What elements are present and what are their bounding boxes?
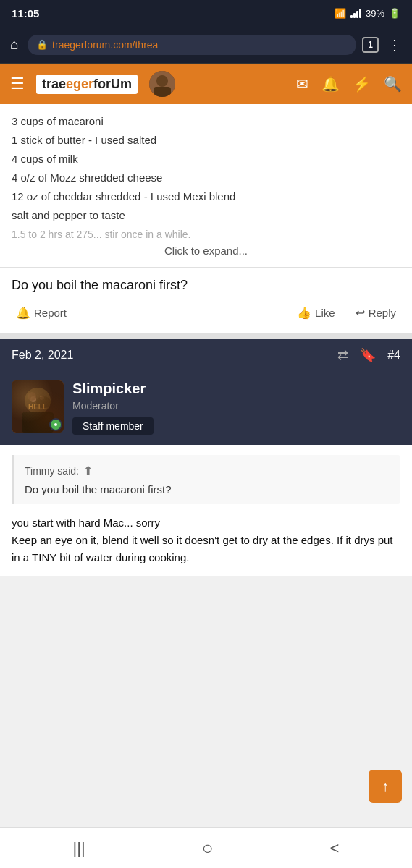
avatar-container: HELL	[12, 380, 64, 433]
recipe-text: 3 cups of macaroni 1 stick of butter - I…	[12, 113, 400, 224]
svg-point-4	[25, 388, 51, 414]
post-3-right-actions: 👍 Like ↩ Reply	[293, 303, 400, 323]
user-info: Slimpicker Moderator Staff member	[72, 380, 400, 435]
nav-bar: ☰ traeegerforUm ✉ 🔔 ⚡ 🔍	[0, 64, 412, 104]
online-indicator	[51, 420, 61, 430]
svg-point-1	[156, 75, 168, 87]
recipe-section: 3 cups of macaroni 1 stick of butter - I…	[0, 104, 412, 268]
user-avatar-nav[interactable]	[149, 71, 175, 97]
url-domain: traegerforum.com	[52, 39, 132, 51]
like-label: Like	[315, 307, 335, 319]
browser-home-button[interactable]: ⌂	[7, 33, 22, 56]
browser-bar: ⌂ 🔒 traegerforum.com/threa 1 ⋮	[0, 26, 412, 64]
battery-icon: 🔋	[389, 8, 400, 19]
bell-icon[interactable]: 🔔	[321, 75, 340, 93]
post-4-number: #4	[387, 349, 400, 362]
quote-text: Do you boil the macaroni first?	[25, 483, 390, 495]
expand-button[interactable]: Click to expand...	[12, 240, 400, 258]
svg-point-9	[36, 396, 51, 408]
svg-point-5	[30, 396, 36, 402]
recipe-faded-text: 1.5 to 2 hrs at 275... stir once in a wh…	[12, 229, 400, 240]
recipe-line-3: 4 cups of milk	[12, 150, 400, 168]
site-logo[interactable]: traeegerforUm	[36, 75, 138, 94]
status-icons: 📶 39% 🔋	[335, 8, 400, 19]
hamburger-menu-icon[interactable]: ☰	[10, 75, 25, 93]
recipe-line-6: salt and pepper to taste	[12, 207, 400, 224]
post-4-user-section: HELL Slimpicker Moderator Staff member	[0, 372, 412, 445]
recipe-line-2: 1 stick of butter - I used salted	[12, 132, 400, 149]
status-bar: 11:05 📶 39% 🔋	[0, 0, 412, 26]
logo-text-forum: forUm	[93, 77, 132, 91]
reply-text: you start with hard Mac... sorry Keep an…	[12, 514, 400, 566]
quote-block: Timmy said: ⬆ Do you boil the macaroni f…	[12, 455, 400, 504]
quote-author: Timmy said: ⬆	[25, 464, 390, 477]
quote-author-name: Timmy said:	[25, 465, 79, 477]
url-text: traegerforum.com/threa	[52, 39, 348, 51]
staff-badge: Staff member	[72, 417, 154, 435]
scroll-to-top-button[interactable]: ↑	[369, 770, 402, 803]
nav-home-button[interactable]: ○	[190, 834, 225, 862]
url-path: /threa	[133, 39, 159, 51]
bookmark-icon[interactable]: 🔖	[360, 347, 376, 363]
signal-bars	[350, 8, 361, 18]
logo-text-trae: trae	[42, 77, 66, 91]
svg-point-12	[54, 423, 57, 426]
system-nav: ||| ○ <	[0, 827, 412, 868]
post-4-header: Feb 2, 2021 ⇄ 🔖 #4	[0, 339, 412, 372]
mail-icon[interactable]: ✉	[296, 75, 308, 93]
main-content: 3 cups of macaroni 1 stick of butter - I…	[0, 104, 412, 576]
svg-text:HELL: HELL	[28, 403, 47, 411]
user-role: Moderator	[72, 400, 400, 412]
logo-text-eger: eger	[66, 77, 93, 91]
lock-icon: 🔒	[36, 39, 48, 50]
recipe-line-4: 4 o/z of Mozz shredded cheese	[12, 169, 400, 187]
bell-report-icon: 🔔	[16, 306, 30, 320]
post-4-date: Feb 2, 2021	[12, 349, 73, 362]
recipe-line-5: 12 oz of cheddar shredded - I used Mexi …	[12, 188, 400, 205]
post-4-header-icons: ⇄ 🔖 #4	[337, 347, 400, 363]
status-time: 11:05	[12, 7, 39, 20]
reply-button[interactable]: ↩ Reply	[351, 303, 400, 323]
report-label: Report	[34, 307, 67, 319]
post-3-section: Do you boil the macaroni first? 🔔 Report…	[0, 268, 412, 339]
svg-point-8	[28, 392, 36, 401]
online-badge	[49, 418, 62, 431]
tab-count[interactable]: 1	[362, 37, 379, 53]
quote-arrow-icon: ⬆	[83, 464, 93, 477]
share-icon[interactable]: ⇄	[337, 347, 348, 363]
reply-label: Reply	[369, 307, 396, 319]
wifi-icon: 📶	[335, 8, 346, 19]
search-icon[interactable]: 🔍	[384, 75, 402, 93]
post-3-actions: 🔔 Report 👍 Like ↩ Reply	[12, 303, 400, 323]
svg-point-6	[40, 396, 44, 400]
post-4-reply-body: Timmy said: ⬆ Do you boil the macaroni f…	[0, 445, 412, 576]
battery-percentage: 39%	[366, 8, 384, 19]
lightning-icon[interactable]: ⚡	[353, 75, 371, 93]
svg-rect-2	[154, 87, 171, 97]
recipe-line-1: 3 cups of macaroni	[12, 113, 400, 130]
report-button[interactable]: 🔔 Report	[12, 303, 71, 323]
nav-menu-button[interactable]: |||	[62, 836, 97, 861]
nav-icons: ✉ 🔔 ⚡ 🔍	[296, 75, 402, 93]
post-3-question: Do you boil the macaroni first?	[12, 278, 400, 293]
reply-icon: ↩	[356, 306, 365, 320]
username: Slimpicker	[72, 380, 400, 397]
url-bar[interactable]: 🔒 traegerforum.com/threa	[28, 35, 356, 55]
browser-menu-button[interactable]: ⋮	[384, 33, 405, 56]
like-button[interactable]: 👍 Like	[293, 303, 340, 323]
like-icon: 👍	[297, 306, 311, 320]
nav-back-button[interactable]: <	[319, 836, 351, 861]
